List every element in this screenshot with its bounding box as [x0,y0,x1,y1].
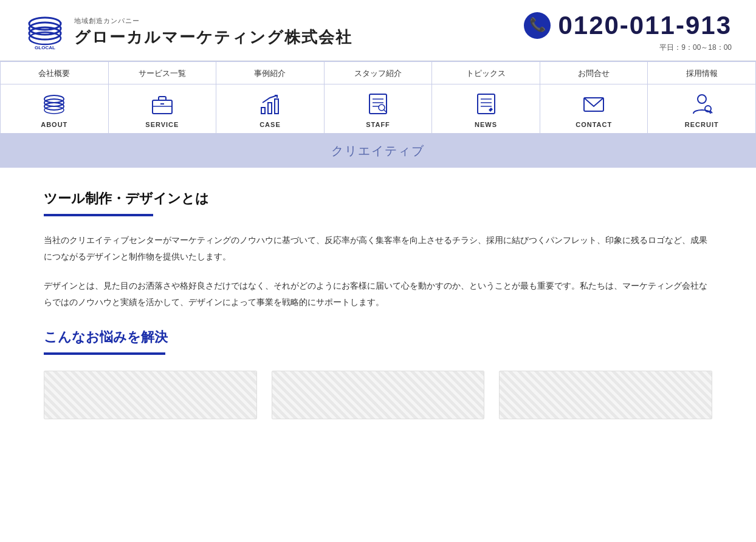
about-icon [41,91,67,117]
nav-top: 会社概要 サービス一覧 事例紹介 スタッフ紹介 トピックス お問合せ 採用情報 [0,61,756,84]
body-text-2: デザインとは、見た目のお洒落さや格好良さだけではなく、それがどのようにお客様に届… [44,278,712,310]
page-header: GLOCAL 地域創造カンパニー グローカルマーケティング株式会社 📞 0120… [0,0,756,61]
nav-label-case: CASE [259,121,281,128]
section1-title: ツール制作・デザインとは [44,190,712,208]
nav-top-case[interactable]: 事例紹介 [216,62,325,84]
nav-icon-service[interactable]: SERVICE [109,84,217,133]
logo-subtitle: 地域創造カンパニー [74,16,352,26]
recruit-icon [689,91,715,117]
logo-title: グローカルマーケティング株式会社 [74,27,352,48]
case-icon [256,91,283,117]
nav-top-service[interactable]: サービス一覧 [109,62,217,84]
card-2 [272,371,485,419]
svg-rect-14 [261,108,265,114]
nav-top-about[interactable]: 会社概要 [0,62,109,84]
svg-rect-11 [153,100,172,114]
service-icon [149,91,176,117]
nav-icon-recruit[interactable]: RECRUIT [648,84,756,133]
category-text: クリエイティブ [331,144,425,157]
logo-svg: GLOCAL [24,12,66,53]
section1-underline [44,214,153,216]
news-icon [473,91,500,117]
nav-icon-staff[interactable]: STAFF [325,84,433,133]
nav-label-about: ABOUT [41,121,67,128]
svg-rect-15 [268,103,272,114]
svg-rect-16 [275,99,278,114]
svg-point-28 [698,95,706,103]
section2-underline [44,352,165,355]
nav-label-service: SERVICE [145,121,179,128]
svg-line-22 [383,109,386,112]
svg-text:📞: 📞 [529,16,546,33]
nav-icon-contact[interactable]: CONTACT [540,84,648,133]
svg-text:GLOCAL: GLOCAL [35,45,55,50]
logo-icon: GLOCAL [24,12,66,53]
nav-label-recruit: RECRUIT [685,121,719,128]
nav-icon-news[interactable]: NEWS [432,84,540,133]
phone-area: 📞 0120-011-913 [523,11,732,40]
logo-area: GLOCAL 地域創造カンパニー グローカルマーケティング株式会社 [24,12,352,53]
svg-rect-23 [478,94,495,114]
phone-icon: 📞 [523,11,552,40]
nav-top-staff[interactable]: スタッフ紹介 [325,62,433,84]
nav-top-news[interactable]: トピックス [432,62,540,84]
section2-title: こんなお悩みを解決 [44,328,712,346]
phone-hours: 平日：9：00～18：00 [523,43,732,53]
nav-top-contact[interactable]: お問合せ [540,62,648,84]
category-banner: クリエイティブ [0,134,756,168]
card-1 [44,371,257,419]
staff-icon [365,91,391,117]
cards-row [44,371,712,419]
nav-icon-case[interactable]: CASE [216,84,325,133]
nav-icon-about[interactable]: ABOUT [0,84,109,133]
nav-label-contact: CONTACT [576,121,612,128]
nav-label-staff: STAFF [366,121,390,128]
main-content: ツール制作・デザインとは 当社のクリエイティブセンターがマーケティングのノウハウ… [19,168,737,444]
contact-icon [580,91,607,117]
nav-label-news: NEWS [475,121,497,128]
body-text-1: 当社のクリエイティブセンターがマーケティングのノウハウに基づいて、反応率が高く集… [44,232,712,264]
logo-text: 地域創造カンパニー グローカルマーケティング株式会社 [74,16,352,48]
svg-rect-17 [369,94,387,114]
header-right: 📞 0120-011-913 平日：9：00～18：00 [523,11,732,53]
card-3 [499,371,712,419]
nav-icons: ABOUT SERVICE CASE [0,84,756,134]
nav-top-recruit[interactable]: 採用情報 [648,62,756,84]
phone-number: 0120-011-913 [558,11,732,40]
